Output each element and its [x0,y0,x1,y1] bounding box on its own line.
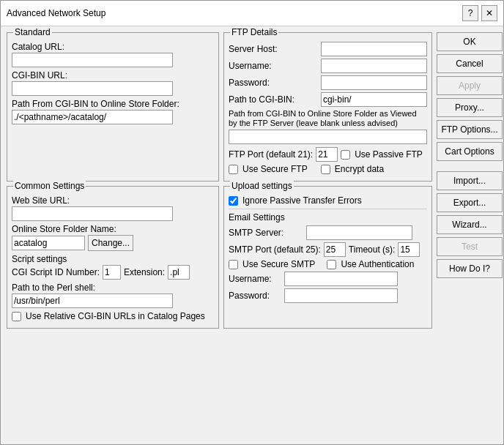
path-cgi-row: Path to CGI-BIN: [229,92,427,107]
username-row: Username: [229,59,427,73]
server-host-input[interactable] [321,42,427,56]
ftp-port-input[interactable] [316,147,338,162]
timeout-label: Timeout (s): [349,244,396,255]
ignore-passive-label: Ignore Passive Transfer Errors [242,195,362,206]
ftp-group: FTP Details Server Host: Username: Passw… [223,32,432,182]
perl-path-label: Path to the Perl shell: [12,283,214,293]
sidebar-spacer [437,164,503,168]
email-settings-label: Email Settings [229,212,427,222]
common-group: Common Settings Web Site URL: Online Sto… [7,186,219,329]
help-button[interactable]: ? [462,5,478,21]
ftp-label: FTP Details [230,27,278,37]
sidebar: OK Cancel Apply Proxy... FTP Options... … [437,32,503,329]
proxy-button[interactable]: Proxy... [437,98,503,117]
smtp-port-input[interactable] [324,242,346,257]
website-url-row: Web Site URL: [12,195,214,221]
relative-urls-row: Use Relative CGI-BIN URLs in Catalog Pag… [12,311,214,321]
upload-password-input[interactable] [284,288,398,303]
path-store-input[interactable] [229,130,427,144]
cancel-button[interactable]: Cancel [437,54,503,73]
cgi-bin-url-input[interactable] [12,81,173,96]
ftp-username-input[interactable] [321,59,427,73]
ftp-secure-row: Use Secure FTP Encrypt data [229,164,427,174]
window-title: Advanced Network Setup [7,8,105,18]
path-label: Path From CGI-BIN to Online Store Folder… [12,99,214,109]
relative-urls-checkbox[interactable] [12,312,21,321]
upload-username-row: Username: [229,272,427,286]
upload-password-label: Password: [229,291,280,301]
ok-button[interactable]: OK [437,32,503,51]
use-secure-ftp-checkbox[interactable] [229,165,238,174]
script-settings-row: Script settings CGI Script ID Number: Ex… [12,254,214,280]
upload-username-input[interactable] [284,272,398,286]
smtp-port-label: SMTP Port (default 25): [229,244,321,255]
use-auth-label: Use Authentication [341,259,414,269]
store-folder-row: Online Store Folder Name: Change... [12,224,214,251]
separator1 [229,209,427,209]
ftp-password-input[interactable] [321,75,427,90]
smtp-options-row: Use Secure SMTP Use Authentication [229,259,427,269]
apply-button[interactable]: Apply [437,76,503,95]
store-folder-input[interactable] [12,236,85,250]
website-url-label: Web Site URL: [12,195,214,206]
top-section: Standard Catalog URL: CGI-BIN URL: Path … [7,32,432,182]
ftp-port-row: FTP Port (default 21): Use Passive FTP [229,147,427,162]
main-area: Standard Catalog URL: CGI-BIN URL: Path … [7,32,432,329]
advanced-network-setup-window: Advanced Network Setup ? ✕ Standard Cata… [0,0,504,445]
common-inner: Web Site URL: Online Store Folder Name: … [12,195,214,321]
password-row: Password: [229,75,427,90]
test-button[interactable]: Test [437,237,503,256]
upload-inner: Ignore Passive Transfer Errors Email Set… [229,195,427,303]
ftp-options-button[interactable]: FTP Options... [437,120,503,139]
relative-urls-label: Use Relative CGI-BIN URLs in Catalog Pag… [26,311,205,321]
smtp-server-row: SMTP Server: [229,225,427,240]
cgi-script-input[interactable] [103,265,121,280]
catalog-url-input[interactable] [12,53,173,67]
close-button[interactable]: ✕ [481,5,497,21]
cart-options-button[interactable]: Cart Options [437,142,503,161]
extension-label: Extension: [124,267,165,277]
use-secure-smtp-checkbox[interactable] [229,260,238,269]
smtp-server-input[interactable] [306,225,412,240]
server-host-row: Server Host: [229,42,427,56]
upload-group: Upload settings Ignore Passive Transfer … [223,186,432,329]
use-auth-checkbox[interactable] [327,260,336,269]
title-bar: Advanced Network Setup ? ✕ [1,1,503,26]
website-url-input[interactable] [12,206,173,221]
timeout-input[interactable] [398,242,420,257]
use-passive-label: Use Passive FTP [355,149,423,160]
use-secure-smtp-label: Use Secure SMTP [242,259,315,269]
use-passive-checkbox[interactable] [341,150,350,160]
main-content: Standard Catalog URL: CGI-BIN URL: Path … [1,26,503,334]
wizard-button[interactable]: Wizard... [437,215,503,234]
path-cgi-input[interactable] [321,92,427,107]
cgi-bin-url-row: CGI-BIN URL: [12,70,214,96]
catalog-url-label: Catalog URL: [12,42,214,52]
export-button[interactable]: Export... [437,193,503,212]
path-input[interactable] [12,110,173,124]
import-button[interactable]: Import... [437,171,503,190]
path-store-label: Path from CGI-BIN to Online Store Folder… [229,109,427,128]
perl-path-input[interactable] [12,293,173,308]
title-bar-controls: ? ✕ [462,5,497,21]
path-row: Path From CGI-BIN to Online Store Folder… [12,99,214,124]
path-store-row: Path from CGI-BIN to Online Store Folder… [229,109,427,144]
path-cgi-label: Path to CGI-BIN: [229,94,316,105]
store-folder-label: Online Store Folder Name: [12,224,214,234]
extension-input[interactable] [168,265,190,280]
smtp-port-row: SMTP Port (default 25): Timeout (s): [229,242,427,257]
ftp-port-label: FTP Port (default 21): [229,149,313,160]
server-host-label: Server Host: [229,44,316,54]
common-label: Common Settings [13,181,86,191]
change-button[interactable]: Change... [88,235,133,251]
ignore-passive-row: Ignore Passive Transfer Errors [229,195,427,206]
cgi-script-label: CGI Script ID Number: [12,267,100,277]
script-id-row: CGI Script ID Number: Extension: [12,265,214,280]
how-do-i-button[interactable]: How Do I? [437,259,503,278]
upload-username-label: Username: [229,274,280,284]
catalog-url-row: Catalog URL: [12,42,214,67]
standard-label: Standard [13,27,52,37]
encrypt-data-checkbox[interactable] [321,165,330,174]
ignore-passive-checkbox[interactable] [229,196,238,206]
ftp-username-label: Username: [229,61,316,71]
